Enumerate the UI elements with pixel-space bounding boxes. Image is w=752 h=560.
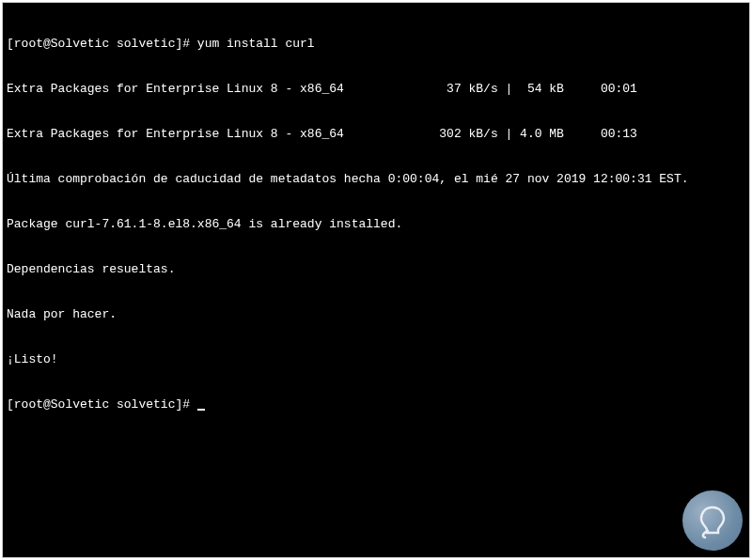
terminal-line: Dependencias resueltas. — [7, 262, 745, 277]
terminal-line: Nada por hacer. — [7, 307, 745, 322]
terminal-window[interactable]: [root@Solvetic solvetic]# yum install cu… — [2, 2, 750, 558]
terminal-line: Extra Packages for Enterprise Linux 8 - … — [7, 82, 745, 97]
solvetic-logo-icon — [682, 490, 743, 551]
terminal-line: ¡Listo! — [7, 352, 745, 367]
terminal-prompt: [root@Solvetic solvetic]# — [7, 397, 197, 412]
terminal-line: [root@Solvetic solvetic]# yum install cu… — [7, 37, 745, 52]
cursor-icon — [197, 409, 205, 411]
terminal-line: Extra Packages for Enterprise Linux 8 - … — [7, 127, 745, 142]
terminal-line: Package curl-7.61.1-8.el8.x86_64 is alre… — [7, 217, 745, 232]
terminal-prompt-line: [root@Solvetic solvetic]# — [7, 397, 745, 412]
terminal-line: Última comprobación de caducidad de meta… — [7, 172, 745, 187]
